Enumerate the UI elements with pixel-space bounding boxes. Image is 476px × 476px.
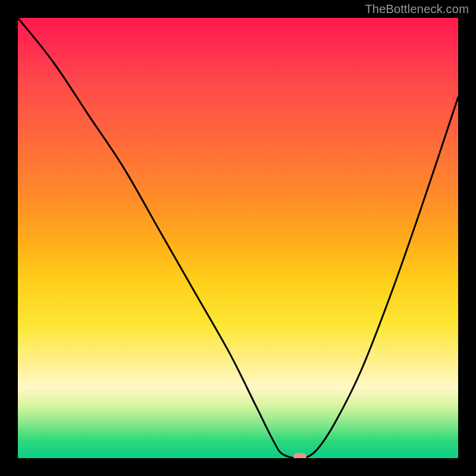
bottleneck-curve-path: [18, 18, 458, 458]
minimum-marker: [293, 453, 306, 459]
chart-frame: TheBottleneck.com: [0, 0, 476, 476]
watermark-text: TheBottleneck.com: [365, 2, 469, 16]
curve-svg: [18, 18, 458, 458]
plot-area: [18, 18, 458, 458]
